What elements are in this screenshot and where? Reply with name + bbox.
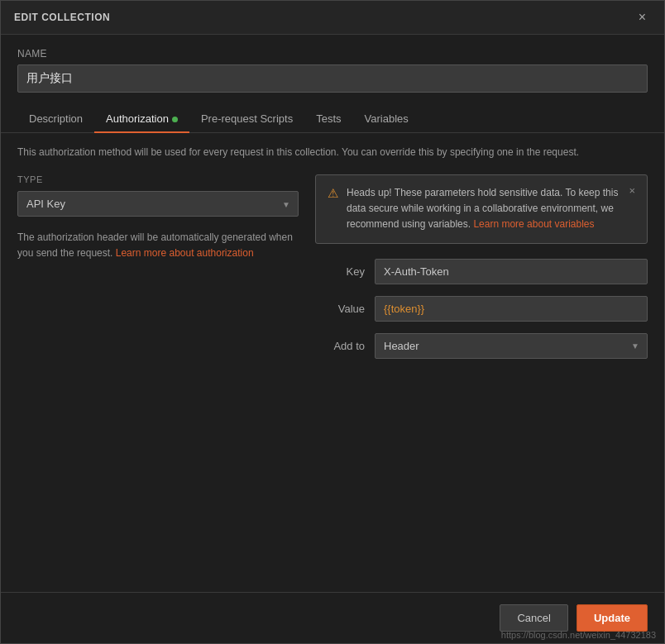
type-label: TYPE	[17, 174, 299, 184]
name-input[interactable]	[17, 64, 648, 93]
tab-description[interactable]: Description	[17, 106, 94, 133]
learn-more-link[interactable]: Learn more about authorization	[116, 247, 254, 259]
key-row: Key	[315, 259, 648, 284]
watermark: https://blog.csdn.net/weixin_44732183	[501, 630, 656, 640]
content-columns: TYPE No Auth API Key API Key Bearer Toke…	[17, 174, 648, 579]
add-to-row: Add to Header Query Params ▼	[315, 333, 648, 359]
warning-icon: ⚠	[328, 186, 338, 201]
value-row: Value	[315, 296, 648, 322]
type-select[interactable]: No Auth API Key API Key Bearer Token Bas…	[17, 191, 299, 217]
add-to-label: Add to	[315, 340, 365, 352]
right-panel: ⚠ Heads up! These parameters hold sensit…	[315, 174, 648, 579]
cancel-button[interactable]: Cancel	[500, 604, 567, 632]
name-label: Name	[17, 48, 648, 60]
key-label: Key	[315, 265, 365, 278]
key-input[interactable]	[375, 259, 648, 284]
warning-box: ⚠ Heads up! These parameters hold sensit…	[315, 174, 648, 244]
add-to-select-wrapper: Header Query Params ▼	[375, 333, 648, 359]
add-to-select[interactable]: Header Query Params	[375, 333, 648, 359]
modal-body: Name Description Authorization Pre-reque…	[1, 35, 664, 592]
modal-title: EDIT COLLECTION	[14, 12, 110, 23]
value-label: Value	[315, 303, 365, 315]
tab-tests[interactable]: Tests	[304, 106, 352, 133]
auto-gen-text: The authorization header will be automat…	[17, 230, 299, 261]
update-button[interactable]: Update	[576, 604, 648, 632]
tab-variables[interactable]: Variables	[353, 106, 420, 133]
left-panel: TYPE No Auth API Key API Key Bearer Toke…	[17, 174, 299, 579]
warning-text: Heads up! These parameters hold sensitiv…	[347, 185, 620, 233]
tab-authorization[interactable]: Authorization	[94, 106, 189, 133]
info-text: This authorization method will be used f…	[17, 145, 648, 160]
vars-link[interactable]: Learn more about variables	[473, 218, 594, 230]
type-select-wrapper: No Auth API Key API Key Bearer Token Bas…	[17, 191, 299, 217]
warning-close-button[interactable]: ×	[629, 185, 635, 196]
close-button[interactable]: ×	[634, 9, 651, 26]
tab-pre-request[interactable]: Pre-request Scripts	[189, 106, 304, 133]
modal-header: EDIT COLLECTION ×	[1, 1, 664, 35]
tab-active-dot	[172, 117, 178, 122]
modal: EDIT COLLECTION × Name Description Autho…	[0, 0, 665, 644]
tabs-container: Description Authorization Pre-request Sc…	[1, 106, 664, 133]
value-input[interactable]	[375, 296, 648, 322]
